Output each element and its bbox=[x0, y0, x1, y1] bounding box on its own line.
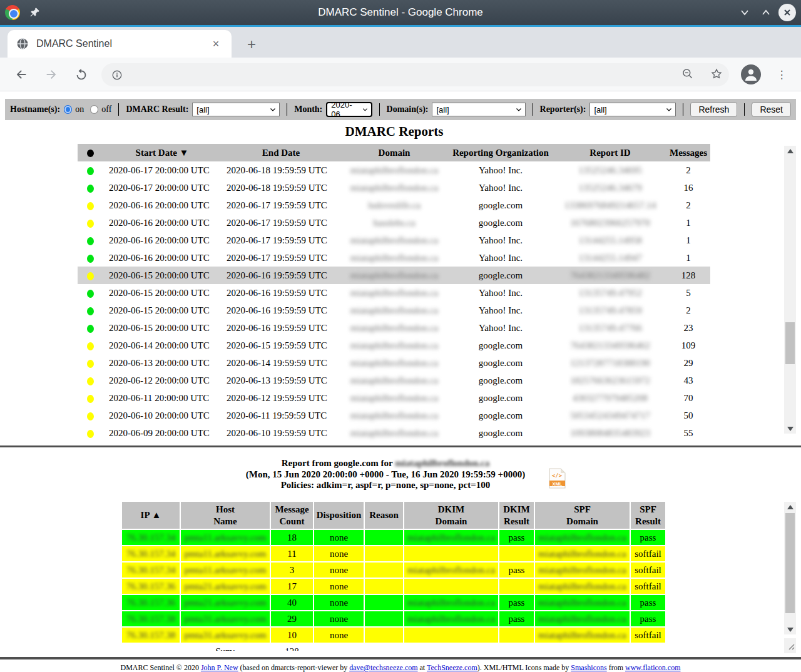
detail-row[interactable]: 76.30.157.34 pmta11.arksavvy.com 11 none… bbox=[122, 546, 665, 561]
report-row[interactable]: 2020-06-13 20:00:00 UTC 2020-06-14 19:59… bbox=[78, 354, 710, 372]
column-header-status[interactable] bbox=[78, 144, 103, 161]
domain-cell: miataphilbroflondon.ca bbox=[341, 319, 447, 337]
column-header[interactable]: IP ▲ bbox=[122, 502, 180, 529]
resize-grip[interactable] bbox=[784, 638, 796, 653]
report-row[interactable]: 2020-06-15 20:00:00 UTC 2020-06-16 19:59… bbox=[78, 284, 710, 302]
start-date-cell: 2020-06-17 20:00:00 UTC bbox=[103, 179, 221, 196]
column-header[interactable]: Disposition bbox=[314, 502, 364, 529]
report-row[interactable]: 2020-06-16 20:00:00 UTC 2020-06-17 19:59… bbox=[78, 214, 710, 232]
spf-domain-cell: miataphilbroflondon.ca bbox=[535, 611, 630, 626]
reports-header-row[interactable]: Start Date ▼End DateDomainReporting Orga… bbox=[78, 144, 710, 161]
column-header[interactable]: HostName bbox=[181, 502, 270, 529]
column-header[interactable]: Reporting Organization bbox=[447, 144, 554, 161]
report-row[interactable]: 2020-06-11 20:00:00 UTC 2020-06-12 19:59… bbox=[78, 389, 710, 407]
column-header[interactable]: Messages bbox=[666, 144, 710, 161]
column-header[interactable]: MessageCount bbox=[271, 502, 313, 529]
footer-link[interactable]: Smashicons bbox=[571, 663, 606, 672]
reset-button[interactable]: Reset bbox=[752, 102, 791, 117]
report-row[interactable]: 2020-06-16 20:00:00 UTC 2020-06-17 19:59… bbox=[78, 196, 710, 214]
hostnames-on-radio[interactable] bbox=[64, 105, 72, 114]
close-window-button[interactable] bbox=[778, 4, 796, 21]
address-bar[interactable] bbox=[101, 63, 729, 86]
minimize-button[interactable] bbox=[736, 4, 753, 21]
report-row[interactable]: 2020-06-14 20:00:00 UTC 2020-06-15 19:59… bbox=[78, 337, 710, 354]
column-header[interactable]: End Date bbox=[221, 144, 341, 161]
detail-row[interactable]: 76.30.157.34 pmta11.arksavvy.com 3 none … bbox=[122, 563, 665, 578]
report-row[interactable]: 2020-06-16 20:00:00 UTC 2020-06-17 19:59… bbox=[78, 249, 710, 267]
domain-cell: miataphilbroflondon.ca bbox=[341, 407, 447, 424]
scrollbar-thumb[interactable] bbox=[785, 513, 795, 613]
report-row[interactable]: 2020-06-17 20:00:00 UTC 2020-06-18 19:59… bbox=[78, 179, 710, 196]
new-tab-button[interactable]: + bbox=[243, 36, 260, 53]
spf-result-cell: pass bbox=[631, 611, 665, 626]
scroll-up-icon[interactable] bbox=[784, 502, 796, 512]
footer-link[interactable]: TechSneeze.com bbox=[427, 663, 477, 672]
site-info-icon[interactable] bbox=[111, 69, 123, 81]
page-title: DMARC Reports bbox=[0, 124, 788, 140]
domains-select[interactable]: [all] bbox=[432, 103, 525, 116]
column-header[interactable]: Domain bbox=[341, 144, 447, 161]
messages-cell: 43 bbox=[666, 372, 710, 389]
dkim-domain-cell bbox=[404, 546, 498, 561]
footer-link[interactable]: John P. New bbox=[201, 663, 238, 672]
report-row[interactable]: 2020-06-09 20:00:00 UTC 2020-06-10 19:59… bbox=[78, 424, 710, 442]
org-cell: google.com bbox=[447, 372, 554, 389]
report-id-cell: 76438213349596462 bbox=[554, 337, 666, 354]
browser-menu-icon[interactable]: ⋮ bbox=[776, 66, 787, 83]
scrollbar-thumb[interactable] bbox=[785, 322, 795, 364]
divider bbox=[744, 103, 745, 116]
footer-link[interactable]: www.flaticon.com bbox=[625, 663, 681, 672]
month-select[interactable]: 2020-06 bbox=[326, 102, 372, 117]
detail-row[interactable]: 76.30.157.38 pmta31.arksavvy.com 10 none… bbox=[122, 628, 665, 643]
report-row[interactable]: 2020-06-17 20:00:00 UTC 2020-06-18 19:59… bbox=[78, 161, 710, 179]
reports-table-body: 2020-06-17 20:00:00 UTC 2020-06-18 19:59… bbox=[78, 161, 710, 442]
report-row[interactable]: 2020-06-10 20:00:00 UTC 2020-06-11 19:59… bbox=[78, 407, 710, 424]
end-date-cell: 2020-06-16 19:59:59 UTC bbox=[221, 267, 341, 284]
column-header[interactable]: DKIMDomain bbox=[404, 502, 498, 529]
reporters-select[interactable]: [all] bbox=[589, 103, 676, 116]
bookmark-star-icon[interactable] bbox=[710, 68, 723, 83]
detail-row[interactable]: 76.30.157.36 pmta21.arksavvy.com 17 none… bbox=[122, 579, 665, 594]
zoom-out-icon[interactable] bbox=[681, 68, 694, 83]
report-id-cell: 4303277979485208 bbox=[554, 389, 666, 407]
detail-row[interactable]: 76.30.157.38 pmta31.arksavvy.com 29 none… bbox=[122, 611, 665, 626]
back-icon[interactable] bbox=[13, 66, 30, 83]
maximize-button[interactable] bbox=[757, 4, 775, 21]
detail-scrollbar[interactable] bbox=[784, 502, 796, 634]
refresh-button[interactable]: Refresh bbox=[690, 102, 737, 117]
domain-cell: miataphilbroflondon.ca bbox=[341, 389, 447, 407]
reports-scrollbar[interactable] bbox=[784, 146, 796, 434]
hostnames-off-radio[interactable] bbox=[90, 105, 98, 114]
report-row[interactable]: 2020-06-15 20:00:00 UTC 2020-06-16 19:59… bbox=[78, 302, 710, 319]
svg-text:</>: </> bbox=[552, 472, 563, 479]
domain-cell: miataphilbroflondon.ca bbox=[341, 354, 447, 372]
report-row[interactable]: 2020-06-16 20:00:00 UTC 2020-06-17 19:59… bbox=[78, 232, 710, 249]
org-cell: google.com bbox=[447, 337, 554, 354]
column-header[interactable]: DKIMResult bbox=[499, 502, 534, 529]
scroll-down-icon[interactable] bbox=[784, 624, 796, 634]
status-dot-icon bbox=[87, 377, 94, 385]
divider bbox=[683, 103, 683, 116]
column-header[interactable]: SPFResult bbox=[631, 502, 665, 529]
dmarc-result-select[interactable]: [all] bbox=[192, 103, 280, 116]
report-row[interactable]: 2020-06-15 20:00:00 UTC 2020-06-16 19:59… bbox=[78, 319, 710, 337]
detail-row[interactable]: 76.30.157.34 pmta11.arksavvy.com 18 none… bbox=[122, 530, 665, 545]
status-dot-icon bbox=[87, 185, 94, 193]
tab-dmarc-sentinel[interactable]: DMARC Sentinel × bbox=[8, 30, 232, 58]
xml-file-icon[interactable]: </> XML bbox=[549, 468, 566, 491]
detail-header-row[interactable]: IP ▲HostNameMessageCountDispositionReaso… bbox=[122, 502, 665, 529]
column-header[interactable]: SPFDomain bbox=[535, 502, 630, 529]
footer-segment: at bbox=[418, 663, 427, 672]
reload-icon[interactable] bbox=[73, 66, 90, 83]
scroll-down-icon[interactable] bbox=[784, 424, 796, 434]
column-header[interactable]: Report ID bbox=[554, 144, 666, 161]
tab-close-icon[interactable]: × bbox=[209, 37, 223, 51]
column-header[interactable]: Reason bbox=[365, 502, 403, 529]
report-row[interactable]: 2020-06-12 20:00:00 UTC 2020-06-13 19:59… bbox=[78, 372, 710, 389]
scroll-up-icon[interactable] bbox=[784, 146, 796, 156]
report-row[interactable]: 2020-06-15 20:00:00 UTC 2020-06-16 19:59… bbox=[78, 267, 710, 284]
footer-link[interactable]: dave@techsneeze.com bbox=[349, 663, 417, 672]
column-header[interactable]: Start Date ▼ bbox=[103, 144, 221, 161]
detail-row[interactable]: 76.30.157.36 pmta21.arksavvy.com 40 none… bbox=[122, 595, 665, 610]
profile-avatar[interactable] bbox=[741, 64, 761, 84]
